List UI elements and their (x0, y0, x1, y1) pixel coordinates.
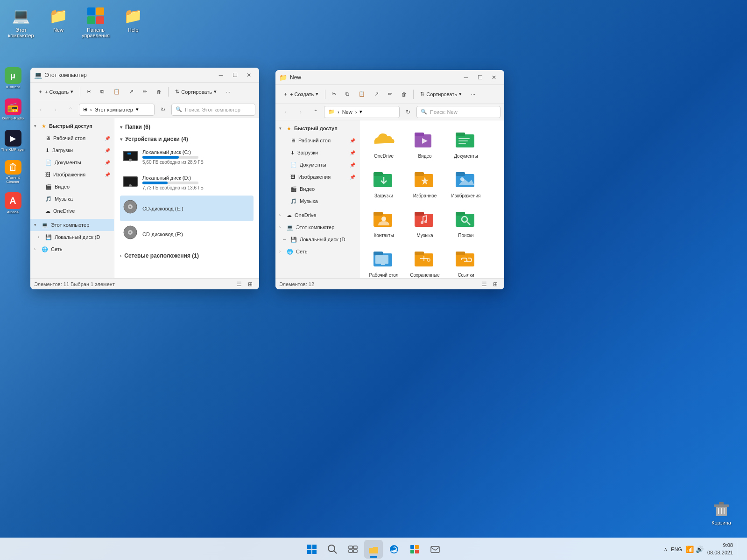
rename-btn-2[interactable]: ✏ (384, 88, 396, 101)
refresh-btn-1[interactable]: ↻ (156, 103, 169, 116)
up-btn-2[interactable]: ⌃ (309, 105, 322, 119)
address-input-2[interactable]: 📁 › New › ▾ (324, 106, 400, 118)
folder-saved-games[interactable]: Сохраненные игры (406, 245, 444, 278)
recycle-bin[interactable]: Корзина (705, 497, 738, 527)
window1-maximize[interactable]: ☐ (228, 69, 241, 82)
sidebar-downloads-1[interactable]: ⬇ Загрузки 📌 (30, 144, 114, 156)
taskbar-clock[interactable]: 9:08 08.08.2021 (707, 542, 733, 556)
folder-links[interactable]: Ссылки (447, 245, 485, 278)
copy-btn-2[interactable]: ⧉ (342, 88, 353, 101)
taskbar-start[interactable] (303, 540, 321, 559)
desktop-icon-help[interactable]: 📁 Help (117, 5, 149, 40)
sidebar-downloads-2[interactable]: ⬇ Загрузки 📌 (275, 147, 359, 159)
folder-video[interactable]: Видео (406, 126, 444, 162)
sidebar-music-1[interactable]: 🎵 Музыка (30, 193, 114, 205)
refresh-btn-2[interactable]: ↻ (402, 105, 415, 119)
quick-access-1[interactable]: ▾ ★ Быстрый доступ (30, 120, 114, 132)
sidebar-network-2[interactable]: › 🌐 Сеть (275, 245, 359, 258)
folder-docs[interactable]: Документы (447, 126, 485, 162)
window1-close[interactable]: ✕ (242, 69, 255, 82)
list-view-btn-1[interactable]: ☰ (234, 280, 244, 289)
folders-section-header[interactable]: ▾ Папки (6) (118, 122, 255, 132)
folder-music[interactable]: Музыка (406, 205, 444, 241)
sidebar-onedrive-2[interactable]: › ☁ OneDrive (275, 209, 359, 221)
grid-view-btn-1[interactable]: ⊞ (245, 280, 255, 289)
sort-btn-2[interactable]: ⇅ Сортировать ▾ (416, 88, 465, 101)
more-btn-2[interactable]: ··· (467, 88, 479, 101)
sidebar-desktop-1[interactable]: 🖥 Рабочий стол 📌 (30, 132, 114, 144)
forward-btn-2[interactable]: › (294, 105, 307, 119)
share-btn-2[interactable]: ↗ (371, 88, 382, 101)
taskbar-search[interactable] (323, 540, 342, 559)
window2-maximize[interactable]: ☐ (473, 71, 486, 84)
folder-downloads[interactable]: Загрузки (365, 166, 402, 202)
sort-btn-1[interactable]: ⇅ Сортировать ▾ (171, 85, 220, 98)
sidebar-local-d-2[interactable]: ─ 💾 Локальный диск (D (275, 233, 359, 245)
sidebar-video-2[interactable]: 🎬 Видео (275, 183, 359, 195)
folder-images[interactable]: Изображения (447, 166, 485, 202)
delete-btn-1[interactable]: 🗑 (153, 85, 165, 98)
cut-btn-2[interactable]: ✂ (328, 88, 340, 101)
share-btn-1[interactable]: ↗ (126, 85, 137, 98)
drive-f[interactable]: CD-дисковод (F:) (120, 221, 254, 247)
taskbar-mail[interactable] (426, 540, 444, 559)
search-box-2[interactable]: 🔍 Поиск: New (416, 106, 500, 118)
window1-minimize[interactable]: ─ (214, 69, 227, 82)
up-btn-1[interactable]: ⌃ (64, 103, 77, 116)
sidebar-onedrive-1[interactable]: ☁ OneDrive (30, 205, 114, 217)
folder-onedrive[interactable]: OneDrive (365, 126, 402, 162)
cut-btn-1[interactable]: ✂ (83, 85, 95, 98)
utorrent-cleaner-app[interactable]: 🗑 uTorrent Cleaner (0, 159, 26, 185)
list-view-btn-2[interactable]: ☰ (479, 280, 489, 289)
taskbar-edge[interactable] (385, 540, 403, 559)
delete-btn-2[interactable]: 🗑 (398, 88, 410, 101)
sidebar-docs-2[interactable]: 📄 Документы 📌 (275, 159, 359, 171)
network-section-header[interactable]: › Сетевые расположения (1) (118, 251, 255, 261)
taskbar-store[interactable] (405, 540, 424, 559)
sidebar-video-1[interactable]: 🎬 Видео (30, 181, 114, 193)
sidebar-this-computer-2[interactable]: › 💻 Этот компьютер (275, 221, 359, 233)
kmplayer-app[interactable]: ▶ The KMPlayer (0, 128, 26, 154)
window2-minimize[interactable]: ─ (459, 71, 472, 84)
paste-btn-1[interactable]: 📋 (110, 85, 124, 98)
desktop-icon-new[interactable]: 📁 New (42, 5, 75, 40)
sidebar-images-2[interactable]: 🖼 Изображения 📌 (275, 171, 359, 183)
devices-section-header[interactable]: ▾ Устройства и диски (4) (118, 134, 255, 144)
alba64-app[interactable]: A Alba64 (0, 190, 26, 216)
folder-desktop[interactable]: Рабочий стол (365, 245, 402, 278)
back-btn-2[interactable]: ‹ (279, 105, 292, 119)
wifi-icon[interactable]: 📶 (686, 546, 694, 553)
grid-view-btn-2[interactable]: ⊞ (490, 280, 500, 289)
online-radio-app[interactable]: 📻 Online-Radio (0, 97, 26, 122)
drive-c[interactable]: Локальный диск (C:) 5,60 ГБ свободно из … (120, 144, 254, 170)
folder-contacts[interactable]: Контакты (365, 205, 402, 241)
quick-access-2[interactable]: ▾ ★ Быстрый доступ (275, 122, 359, 134)
create-button-1[interactable]: ＋ + Создать ▾ (34, 85, 77, 98)
back-btn-1[interactable]: ‹ (34, 103, 47, 116)
desktop-icon-this-computer[interactable]: 💻 Этот компьютер (5, 5, 37, 40)
more-btn-1[interactable]: ··· (222, 85, 234, 98)
create-button-2[interactable]: ＋ + Создать ▾ (279, 88, 322, 101)
volume-icon[interactable]: 🔊 (696, 546, 704, 553)
forward-btn-1[interactable]: › (49, 103, 62, 116)
search-box-1[interactable]: 🔍 Поиск: Этот компьютер (171, 104, 255, 116)
sidebar-docs-1[interactable]: 📄 Документы 📌 (30, 156, 114, 168)
desktop-icon-control-panel[interactable]: Панельуправления (79, 5, 112, 40)
drive-d[interactable]: Локальный диск (D:) 7,73 ГБ свободно из … (120, 170, 254, 196)
drive-e[interactable]: CD-дисковод (E:) (120, 196, 254, 221)
sidebar-images-1[interactable]: 🖼 Изображения 📌 (30, 168, 114, 181)
desktop-icon-recycle[interactable]: Корзина (705, 497, 738, 527)
rename-btn-1[interactable]: ✏ (139, 85, 151, 98)
sidebar-desktop-2[interactable]: 🖥 Рабочий стол 📌 (275, 134, 359, 147)
chevron-up-icon[interactable]: ∧ (664, 546, 667, 552)
utorrent-app[interactable]: μ uTorrent (0, 65, 26, 91)
sidebar-this-computer[interactable]: ▾ 💻 Этот компьютер (30, 219, 114, 231)
taskbar-task-view[interactable] (344, 540, 362, 559)
folder-searches[interactable]: Поиски (447, 205, 485, 241)
address-input-1[interactable]: ⊞ › Этот компьютер ▾ (79, 104, 155, 116)
copy-btn-1[interactable]: ⧉ (97, 85, 108, 98)
sidebar-network[interactable]: › 🌐 Сеть (30, 243, 114, 255)
show-desktop-btn[interactable] (737, 540, 740, 559)
sidebar-local-d[interactable]: › 💾 Локальный диск (D (30, 231, 114, 243)
paste-btn-2[interactable]: 📋 (355, 88, 369, 101)
